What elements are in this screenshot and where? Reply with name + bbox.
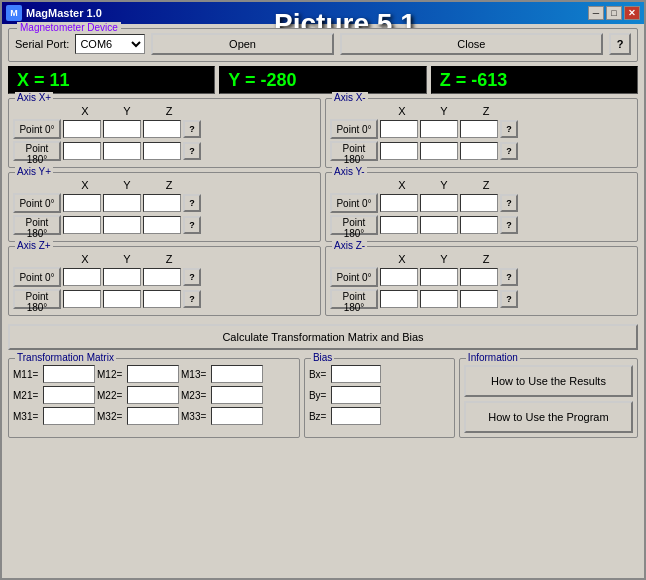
app-title: MagMaster 1.0 bbox=[26, 7, 102, 19]
xminus-point180-help[interactable]: ? bbox=[500, 142, 518, 160]
zplus-point180-help[interactable]: ? bbox=[183, 290, 201, 308]
zplus-point180-y[interactable] bbox=[103, 290, 141, 308]
zminus-point180-x[interactable] bbox=[380, 290, 418, 308]
yplus-point180-x[interactable] bbox=[63, 216, 101, 234]
xplus-point0-y[interactable] bbox=[103, 120, 141, 138]
xplus-point180-button[interactable]: Point 180° bbox=[13, 141, 61, 161]
xminus-point180-x[interactable] bbox=[380, 142, 418, 160]
axis-yplus-title: Axis Y+ bbox=[15, 166, 53, 177]
xminus-point0-button[interactable]: Point 0° bbox=[330, 119, 378, 139]
yminus-col-y: Y bbox=[424, 179, 464, 191]
m33-input[interactable] bbox=[211, 407, 263, 425]
xminus-point0-z[interactable] bbox=[460, 120, 498, 138]
m21-label: M21= bbox=[13, 390, 41, 401]
zminus-point0-z[interactable] bbox=[460, 268, 498, 286]
xplus-point0-z[interactable] bbox=[143, 120, 181, 138]
information-group-title: Information bbox=[466, 352, 520, 363]
yminus-point180-help[interactable]: ? bbox=[500, 216, 518, 234]
xminus-point0-y[interactable] bbox=[420, 120, 458, 138]
device-help-button[interactable]: ? bbox=[609, 33, 631, 55]
xplus-point180-row: Point 180° ? bbox=[13, 141, 316, 161]
yminus-point0-y[interactable] bbox=[420, 194, 458, 212]
minimize-button[interactable]: ─ bbox=[588, 6, 604, 20]
calculate-button[interactable]: Calculate Transformation Matrix and Bias bbox=[8, 324, 638, 350]
xplus-point180-y[interactable] bbox=[103, 142, 141, 160]
m11-input[interactable] bbox=[43, 365, 95, 383]
yminus-point0-z[interactable] bbox=[460, 194, 498, 212]
bx-input[interactable] bbox=[331, 365, 381, 383]
yplus-point180-button[interactable]: Point 180° bbox=[13, 215, 61, 235]
xplus-col-y: Y bbox=[107, 105, 147, 117]
close-button[interactable]: ✕ bbox=[624, 6, 640, 20]
yplus-point0-button[interactable]: Point 0° bbox=[13, 193, 61, 213]
yplus-col-z: Z bbox=[149, 179, 189, 191]
xminus-point0-x[interactable] bbox=[380, 120, 418, 138]
how-to-use-results-button[interactable]: How to Use the Results bbox=[464, 365, 633, 397]
yplus-point0-z[interactable] bbox=[143, 194, 181, 212]
yplus-point0-x[interactable] bbox=[63, 194, 101, 212]
zminus-point180-y[interactable] bbox=[420, 290, 458, 308]
xplus-col-x: X bbox=[65, 105, 105, 117]
open-button[interactable]: Open bbox=[151, 33, 333, 55]
zminus-point180-z[interactable] bbox=[460, 290, 498, 308]
axis-xminus-header: X Y Z bbox=[382, 105, 633, 117]
zminus-point0-y[interactable] bbox=[420, 268, 458, 286]
axis-zminus-title: Axis Z- bbox=[332, 240, 367, 251]
bias-group-title: Bias bbox=[311, 352, 334, 363]
xplus-point0-button[interactable]: Point 0° bbox=[13, 119, 61, 139]
m31-input[interactable] bbox=[43, 407, 95, 425]
xplus-point180-help[interactable]: ? bbox=[183, 142, 201, 160]
yminus-point0-button[interactable]: Point 0° bbox=[330, 193, 378, 213]
axis-yplus-group: Axis Y+ X Y Z Point 0° ? Point 180° bbox=[8, 172, 321, 242]
maximize-button[interactable]: □ bbox=[606, 6, 622, 20]
zplus-point0-z[interactable] bbox=[143, 268, 181, 286]
zminus-point180-help[interactable]: ? bbox=[500, 290, 518, 308]
axis-zplus-header: X Y Z bbox=[65, 253, 316, 265]
yplus-point0-help[interactable]: ? bbox=[183, 194, 201, 212]
serial-port-select[interactable]: COM6 bbox=[75, 34, 145, 54]
m23-input[interactable] bbox=[211, 386, 263, 404]
xplus-point180-z[interactable] bbox=[143, 142, 181, 160]
y-display: Y = -280 bbox=[219, 66, 426, 94]
xminus-point180-z[interactable] bbox=[460, 142, 498, 160]
m12-input[interactable] bbox=[127, 365, 179, 383]
yminus-point180-y[interactable] bbox=[420, 216, 458, 234]
yminus-point180-z[interactable] bbox=[460, 216, 498, 234]
zminus-point0-x[interactable] bbox=[380, 268, 418, 286]
m32-input[interactable] bbox=[127, 407, 179, 425]
zplus-point180-button[interactable]: Point 180° bbox=[13, 289, 61, 309]
yminus-point180-x[interactable] bbox=[380, 216, 418, 234]
zplus-point180-z[interactable] bbox=[143, 290, 181, 308]
m32-label: M32= bbox=[97, 411, 125, 422]
zplus-point0-row: Point 0° ? bbox=[13, 267, 316, 287]
yminus-point0-help[interactable]: ? bbox=[500, 194, 518, 212]
m22-input[interactable] bbox=[127, 386, 179, 404]
m21-input[interactable] bbox=[43, 386, 95, 404]
close-button-device[interactable]: Close bbox=[340, 33, 603, 55]
zminus-col-y: Y bbox=[424, 253, 464, 265]
xplus-point0-x[interactable] bbox=[63, 120, 101, 138]
by-input[interactable] bbox=[331, 386, 381, 404]
zplus-point0-help[interactable]: ? bbox=[183, 268, 201, 286]
zplus-point0-x[interactable] bbox=[63, 268, 101, 286]
zplus-point0-y[interactable] bbox=[103, 268, 141, 286]
yminus-point180-button[interactable]: Point 180° bbox=[330, 215, 378, 235]
zminus-point180-button[interactable]: Point 180° bbox=[330, 289, 378, 309]
xminus-point180-y[interactable] bbox=[420, 142, 458, 160]
xminus-point180-button[interactable]: Point 180° bbox=[330, 141, 378, 161]
zplus-point0-button[interactable]: Point 0° bbox=[13, 267, 61, 287]
xplus-point0-help[interactable]: ? bbox=[183, 120, 201, 138]
zminus-point0-help[interactable]: ? bbox=[500, 268, 518, 286]
yplus-point180-z[interactable] bbox=[143, 216, 181, 234]
xminus-point0-help[interactable]: ? bbox=[500, 120, 518, 138]
how-to-use-program-button[interactable]: How to Use the Program bbox=[464, 401, 633, 433]
yplus-point180-y[interactable] bbox=[103, 216, 141, 234]
zminus-point0-button[interactable]: Point 0° bbox=[330, 267, 378, 287]
bz-input[interactable] bbox=[331, 407, 381, 425]
m13-input[interactable] bbox=[211, 365, 263, 383]
yminus-point0-x[interactable] bbox=[380, 194, 418, 212]
zplus-point180-x[interactable] bbox=[63, 290, 101, 308]
yplus-point180-help[interactable]: ? bbox=[183, 216, 201, 234]
yplus-point0-y[interactable] bbox=[103, 194, 141, 212]
xplus-point180-x[interactable] bbox=[63, 142, 101, 160]
